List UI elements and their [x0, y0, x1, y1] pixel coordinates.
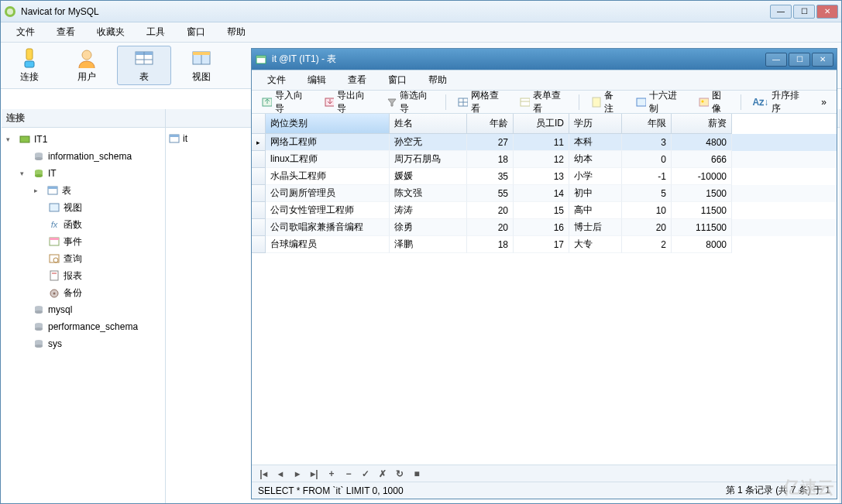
cell-empid[interactable]: 13 — [514, 168, 569, 185]
cell-name[interactable]: 涛涛 — [390, 202, 467, 219]
toolbar-more-button[interactable]: » — [814, 94, 833, 111]
expand-icon[interactable]: ▸ — [34, 187, 43, 194]
cell-name[interactable]: 孙空无 — [390, 134, 467, 151]
cell-salary[interactable]: -10000 — [672, 168, 732, 185]
tree-events[interactable]: 事件 — [2, 233, 165, 250]
cell-salary[interactable]: 111500 — [672, 219, 732, 236]
menu-file[interactable]: 文件 — [5, 22, 46, 42]
cell-education[interactable]: 初中 — [569, 185, 622, 202]
cell-name[interactable]: 陈文强 — [390, 185, 467, 202]
cell-name[interactable]: 徐勇 — [390, 219, 467, 236]
cell-age[interactable]: 20 — [467, 219, 514, 236]
column-salary[interactable]: 薪资 — [672, 114, 732, 134]
table-row[interactable]: ▸网络工程师孙空无2711本科34800 — [252, 134, 837, 151]
cell-salary[interactable]: 4800 — [672, 134, 732, 151]
cell-empid[interactable]: 11 — [514, 134, 569, 151]
cell-position[interactable]: 公司歌唱家兼播音编程 — [266, 219, 390, 236]
table-row[interactable]: 公司歌唱家兼播音编程徐勇2016博士后20111500 — [252, 219, 837, 236]
toolbar-view[interactable]: 视图 — [174, 46, 229, 85]
cell-salary[interactable]: 8000 — [672, 236, 732, 253]
cell-education[interactable]: 幼本 — [569, 151, 622, 168]
tw-minimize-button[interactable]: — — [765, 53, 787, 67]
cell-name[interactable]: 媛媛 — [390, 168, 467, 185]
menu-tools[interactable]: 工具 — [136, 22, 176, 42]
tree-db-mysql[interactable]: mysql — [2, 301, 165, 318]
cell-position[interactable]: 台球编程员 — [266, 236, 390, 253]
tree-root-connection[interactable]: ▾ IT1 — [2, 131, 165, 148]
column-position[interactable]: 岗位类别 — [266, 114, 390, 134]
cell-age[interactable]: 20 — [467, 202, 514, 219]
cell-empid[interactable]: 17 — [514, 236, 569, 253]
data-grid[interactable]: 岗位类别 姓名 年龄 员工ID 学历 年限 薪资 ▸网络工程师孙空无2711本科… — [252, 114, 837, 465]
cell-age[interactable]: 18 — [467, 151, 514, 168]
cell-years[interactable]: 3 — [622, 134, 672, 151]
column-years[interactable]: 年限 — [622, 114, 672, 134]
table-row[interactable]: 公司女性管理工程师涛涛2015高中1011500 — [252, 202, 837, 219]
tree-db-sys[interactable]: sys — [2, 335, 165, 352]
tree-queries[interactable]: 查询 — [2, 250, 165, 267]
cell-years[interactable]: 20 — [622, 219, 672, 236]
table-row[interactable]: linux工程师周万石朋鸟1812幼本0666 — [252, 151, 837, 168]
tree-db-information-schema[interactable]: information_schema — [2, 148, 165, 165]
column-education[interactable]: 学历 — [569, 114, 622, 134]
expand-icon[interactable]: ▾ — [6, 135, 15, 143]
toolbar-connection[interactable]: 连接 — [2, 46, 57, 85]
cell-education[interactable]: 本科 — [569, 134, 622, 151]
menu-window[interactable]: 窗口 — [176, 22, 216, 42]
column-age[interactable]: 年龄 — [467, 114, 514, 134]
cell-name[interactable]: 泽鹏 — [390, 236, 467, 253]
table-row[interactable]: 水晶头工程师媛媛3513小学-1-10000 — [252, 168, 837, 185]
cell-name[interactable]: 周万石朋鸟 — [390, 151, 467, 168]
tw-close-button[interactable]: ✕ — [812, 53, 833, 67]
nav-first[interactable]: |◂ — [256, 468, 270, 479]
nav-cancel[interactable]: ✗ — [376, 468, 390, 479]
cell-position[interactable]: 水晶头工程师 — [266, 168, 390, 185]
column-name[interactable]: 姓名 — [390, 114, 467, 134]
cell-education[interactable]: 大专 — [569, 236, 622, 253]
cell-salary[interactable]: 666 — [672, 151, 732, 168]
nav-next[interactable]: ▸ — [290, 468, 304, 479]
cell-empid[interactable]: 12 — [514, 151, 569, 168]
cell-position[interactable]: 公司女性管理工程师 — [266, 202, 390, 219]
tree-tables[interactable]: ▸ 表 — [2, 182, 165, 199]
cell-years[interactable]: 2 — [622, 236, 672, 253]
cell-years[interactable]: -1 — [622, 168, 672, 185]
tree-db-performance-schema[interactable]: performance_schema — [2, 318, 165, 335]
toolbar-table[interactable]: 表 — [117, 46, 171, 85]
cell-years[interactable]: 5 — [622, 185, 672, 202]
cell-years[interactable]: 10 — [622, 202, 672, 219]
nav-add[interactable]: + — [325, 468, 339, 479]
tree-views[interactable]: 视图 — [2, 199, 165, 216]
cell-position[interactable]: 公司厕所管理员 — [266, 185, 390, 202]
tree-backups[interactable]: 备份 — [2, 284, 165, 301]
table-row[interactable]: 台球编程员泽鹏1817大专28000 — [252, 236, 837, 253]
toolbar-user[interactable]: 用户 — [60, 46, 114, 85]
table-row[interactable]: 公司厕所管理员陈文强5514初中51500 — [252, 185, 837, 202]
cell-age[interactable]: 35 — [467, 168, 514, 185]
nav-commit[interactable]: ✓ — [359, 468, 373, 479]
tree-functions[interactable]: fx 函数 — [2, 216, 165, 233]
cell-age[interactable]: 27 — [467, 134, 514, 151]
cell-salary[interactable]: 1500 — [672, 185, 732, 202]
cell-empid[interactable]: 14 — [514, 185, 569, 202]
cell-age[interactable]: 55 — [467, 185, 514, 202]
minimize-button[interactable]: — — [770, 5, 792, 19]
nav-refresh[interactable]: ↻ — [393, 468, 407, 479]
cell-education[interactable]: 高中 — [569, 202, 622, 219]
menu-favorites[interactable]: 收藏夹 — [86, 22, 136, 42]
nav-delete[interactable]: − — [342, 468, 356, 479]
maximize-button[interactable]: ☐ — [793, 5, 815, 19]
menu-help[interactable]: 帮助 — [216, 22, 256, 42]
close-button[interactable]: ✕ — [816, 5, 838, 19]
column-empid[interactable]: 员工ID — [514, 114, 569, 134]
cell-education[interactable]: 小学 — [569, 168, 622, 185]
nav-prev[interactable]: ◂ — [273, 468, 287, 479]
tree-reports[interactable]: 报表 — [2, 267, 165, 284]
cell-position[interactable]: 网络工程师 — [266, 134, 390, 151]
cell-years[interactable]: 0 — [622, 151, 672, 168]
cell-age[interactable]: 18 — [467, 236, 514, 253]
cell-education[interactable]: 博士后 — [569, 219, 622, 236]
cell-salary[interactable]: 11500 — [672, 202, 732, 219]
cell-empid[interactable]: 15 — [514, 202, 569, 219]
nav-last[interactable]: ▸| — [308, 468, 321, 479]
